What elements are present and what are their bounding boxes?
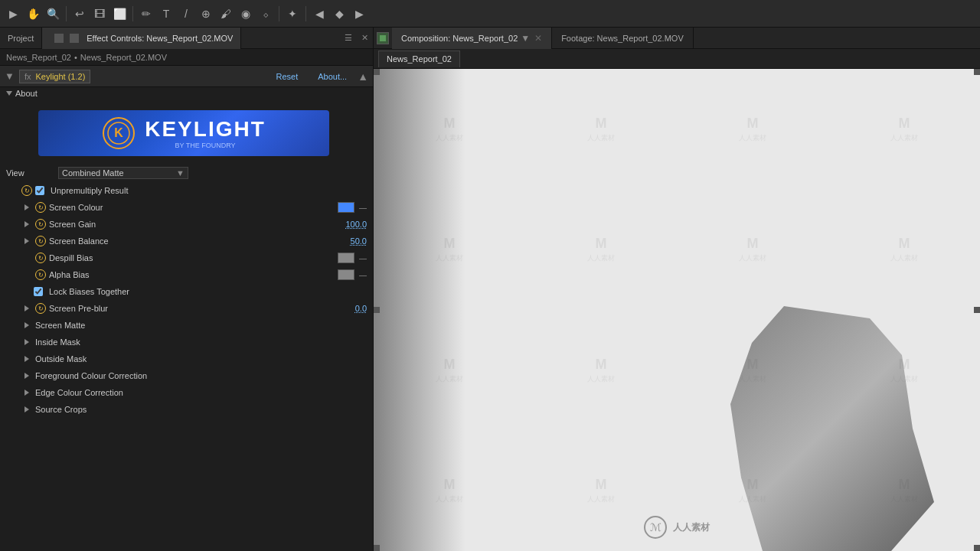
graph-icon[interactable]: / <box>178 5 194 22</box>
playback-center-icon[interactable]: ◆ <box>331 5 348 22</box>
tab-folder-icon <box>70 34 79 43</box>
select-tool-icon[interactable]: ▶ <box>5 5 21 22</box>
screen-gain-row: ↻ Screen Gain 100.0 <box>3 216 370 233</box>
playback-left-icon[interactable]: ◀ <box>311 5 328 22</box>
top-toolbar: ▶ ✋ 🔍 ↩ 🎞 ⬜ ✏ T / ⊕ 🖌 ◉ ⬦ ✦ ◀ ◆ ▶ <box>0 0 980 28</box>
effect-controls-tab-label: Effect Controls: News_Report_02.MOV <box>87 34 233 43</box>
pick-icon[interactable]: ✦ <box>284 5 301 22</box>
tab-film-icon <box>54 34 64 43</box>
cycle-icon-screen-colour[interactable]: ↻ <box>35 202 46 213</box>
zoom-tool-icon[interactable]: 🔍 <box>44 5 61 22</box>
right-panel-sub-tabs: News_Report_02 <box>374 49 980 69</box>
edge-colour-row: Edge Colour Correction <box>3 384 370 401</box>
pen-icon[interactable]: ✏ <box>138 5 155 22</box>
footer-watermark: ℳ 人人素材 <box>644 516 710 539</box>
panel-close-btn[interactable]: ✕ <box>357 33 373 43</box>
cycle-icon-alpha-bias[interactable]: ↻ <box>35 269 46 280</box>
effect-triangle[interactable]: ▼ <box>5 70 15 82</box>
screen-colour-swatch[interactable] <box>338 202 354 213</box>
despill-bias-row: ↻ Despill Bias — <box>3 249 370 266</box>
lock-biases-label: Lock Biases Together <box>49 287 129 296</box>
despill-bias-swatch[interactable] <box>338 253 354 263</box>
screen-pre-blur-label: Screen Pre-blur <box>49 304 352 313</box>
cycle-icon-screen-pre-blur[interactable]: ↻ <box>35 303 46 314</box>
fg-colour-row: Foreground Colour Correction <box>3 367 370 384</box>
composition-tab[interactable]: Composition: News_Report_02 ▼ ✕ <box>392 28 552 49</box>
footage-tab[interactable]: Footage: News_Report_02.MOV <box>552 28 694 49</box>
comp-icon <box>377 32 389 44</box>
unpremultiply-checkbox[interactable] <box>35 186 44 195</box>
comp-sub-tab[interactable]: News_Report_02 <box>378 51 460 67</box>
screen-colour-slider-btn[interactable]: — <box>359 204 367 212</box>
about-button[interactable]: About... <box>318 72 347 81</box>
screen-balance-expand[interactable] <box>21 238 32 244</box>
stamp-icon[interactable]: ◉ <box>237 5 254 22</box>
screen-pre-blur-expand[interactable] <box>21 305 32 311</box>
eraser-icon[interactable]: ⬦ <box>257 5 274 22</box>
screen-matte-row: Screen Matte <box>3 317 370 334</box>
edge-colour-triangle-icon <box>24 390 29 396</box>
edge-colour-label: Edge Colour Correction <box>35 388 367 397</box>
alpha-bias-slider-btn[interactable]: — <box>359 271 367 279</box>
screen-colour-expand[interactable] <box>21 204 32 210</box>
brush-icon[interactable]: 🖌 <box>217 5 234 22</box>
screen-colour-triangle-icon <box>24 204 29 210</box>
project-tab[interactable]: Project <box>0 28 42 49</box>
breadcrumb-project: News_Report_02 <box>6 53 71 62</box>
source-crops-expand[interactable] <box>21 406 32 412</box>
outside-mask-expand[interactable] <box>21 356 32 362</box>
svg-text:K: K <box>114 126 123 139</box>
hand-tool-icon[interactable]: ✋ <box>24 5 41 22</box>
view-row: View Combined Matte ▼ <box>0 164 373 182</box>
alpha-bias-swatch[interactable] <box>338 269 354 280</box>
comp-tab-close-btn[interactable]: ✕ <box>534 33 542 44</box>
cycle-icon-despill[interactable]: ↻ <box>35 253 46 263</box>
effect-header: ▼ fx Keylight (1.2) Reset About... ▲ <box>0 66 373 87</box>
anchor-icon[interactable]: ⊕ <box>198 5 214 22</box>
screen-matte-triangle-icon <box>24 322 29 328</box>
panel-menu-btn[interactable]: ☰ <box>340 33 357 43</box>
effect-name-badge[interactable]: fx Keylight (1.2) <box>19 70 90 83</box>
source-crops-row: Source Crops <box>3 401 370 418</box>
screen-gain-triangle-icon <box>24 221 29 227</box>
text-icon[interactable]: T <box>158 5 175 22</box>
box-icon[interactable]: ⬜ <box>111 5 128 22</box>
cycle-icon-screen-gain[interactable]: ↻ <box>35 219 46 230</box>
left-panel: Project Effect Controls: News_Report_02.… <box>0 28 374 551</box>
inside-mask-expand[interactable] <box>21 339 32 345</box>
lock-biases-checkbox[interactable] <box>34 287 43 296</box>
cycle-icon-screen-balance[interactable]: ↻ <box>35 236 46 246</box>
effect-name: Keylight (1.2) <box>36 72 86 81</box>
sep1 <box>66 6 67 21</box>
source-crops-triangle-icon <box>24 406 29 412</box>
screen-pre-blur-row: ↻ Screen Pre-blur 0.0 <box>3 300 370 317</box>
screen-pre-blur-value[interactable]: 0.0 <box>355 304 367 313</box>
screen-balance-label: Screen Balance <box>49 236 348 246</box>
view-dropdown[interactable]: Combined Matte ▼ <box>58 167 188 179</box>
about-row[interactable]: About <box>6 87 367 99</box>
edge-colour-expand[interactable] <box>21 390 32 396</box>
film-icon[interactable]: 🎞 <box>91 5 108 22</box>
cycle-icon-unpremultiply[interactable]: ↻ <box>21 185 32 196</box>
despill-bias-slider-btn[interactable]: — <box>359 254 367 262</box>
side-marker-left <box>374 307 380 313</box>
comp-tab-area: Composition: News_Report_02 ▼ ✕ <box>374 28 552 49</box>
screen-gain-expand[interactable] <box>21 221 32 227</box>
reset-button[interactable]: Reset <box>276 72 298 81</box>
effect-controls-tab[interactable]: Effect Controls: News_Report_02.MOV <box>42 28 241 49</box>
keylight-logo-text-area: KEYLIGHT BY THE FOUNDRY <box>145 117 266 149</box>
effect-expand-btn[interactable]: ▲ <box>358 70 368 83</box>
about-section: About <box>0 87 373 99</box>
screen-balance-value[interactable]: 50.0 <box>351 236 367 246</box>
corner-bl-marker <box>374 545 380 551</box>
screen-gain-value[interactable]: 100.0 <box>345 220 367 229</box>
comp-tab-dropdown-icon[interactable]: ▼ <box>521 33 530 44</box>
fg-colour-expand[interactable] <box>21 373 32 379</box>
undo-icon[interactable]: ↩ <box>71 5 88 22</box>
playback-right-icon[interactable]: ▶ <box>351 5 368 22</box>
keylight-logo: K KEYLIGHT BY THE FOUNDRY <box>38 110 329 156</box>
screen-matte-expand[interactable] <box>21 322 32 328</box>
view-dropdown-arrow-icon: ▼ <box>176 168 185 178</box>
comp-sub-tab-label: News_Report_02 <box>387 54 452 64</box>
unpremultiply-label: Unpremultiply Result <box>51 186 128 195</box>
